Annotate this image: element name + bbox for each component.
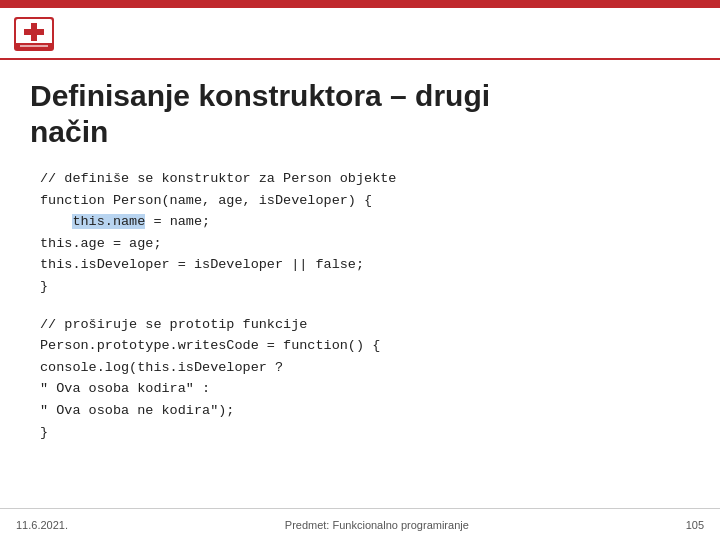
footer-page: 105 [686, 519, 704, 531]
footer-date: 11.6.2021. [16, 519, 68, 531]
svg-rect-5 [20, 45, 48, 47]
code-line-2-4: " Ova osoba kodira" : [40, 378, 690, 400]
code-section-2: // proširuje se prototip funkcije Person… [40, 314, 690, 444]
code-line-1-1: // definiše se konstruktor za Person obj… [40, 168, 690, 190]
code-line-1-4: this.age = age; [40, 233, 690, 255]
logo-container [12, 15, 56, 53]
footer: 11.6.2021. Predmet: Funkcionalno program… [0, 508, 720, 540]
code-section-1: // definiše se konstruktor za Person obj… [40, 168, 690, 298]
svg-rect-3 [24, 29, 44, 35]
title-line1: Definisanje konstruktora – drugi [30, 79, 490, 112]
code-line-1-3: this.name = name; [40, 211, 690, 233]
highlight-this-name: this.name [72, 214, 145, 229]
code-line-2-2: Person.prototype.writesCode = function()… [40, 335, 690, 357]
code-line-1-5: this.isDeveloper = isDeveloper || false; [40, 254, 690, 276]
university-logo [12, 15, 56, 53]
code-line-2-6: } [40, 422, 690, 444]
top-bar [0, 0, 720, 8]
main-content: Definisanje konstruktora – drugi način /… [0, 60, 720, 469]
footer-subject: Predmet: Funkcionalno programiranje [285, 519, 469, 531]
code-line-1-6: } [40, 276, 690, 298]
code-line-2-3: console.log(this.isDeveloper ? [40, 357, 690, 379]
code-line-2-5: " Ova osoba ne kodira"); [40, 400, 690, 422]
header [0, 8, 720, 60]
code-line-2-1: // proširuje se prototip funkcije [40, 314, 690, 336]
code-line-1-2: function Person(name, age, isDeveloper) … [40, 190, 690, 212]
slide-title: Definisanje konstruktora – drugi način [30, 78, 690, 150]
title-line2: način [30, 115, 108, 148]
